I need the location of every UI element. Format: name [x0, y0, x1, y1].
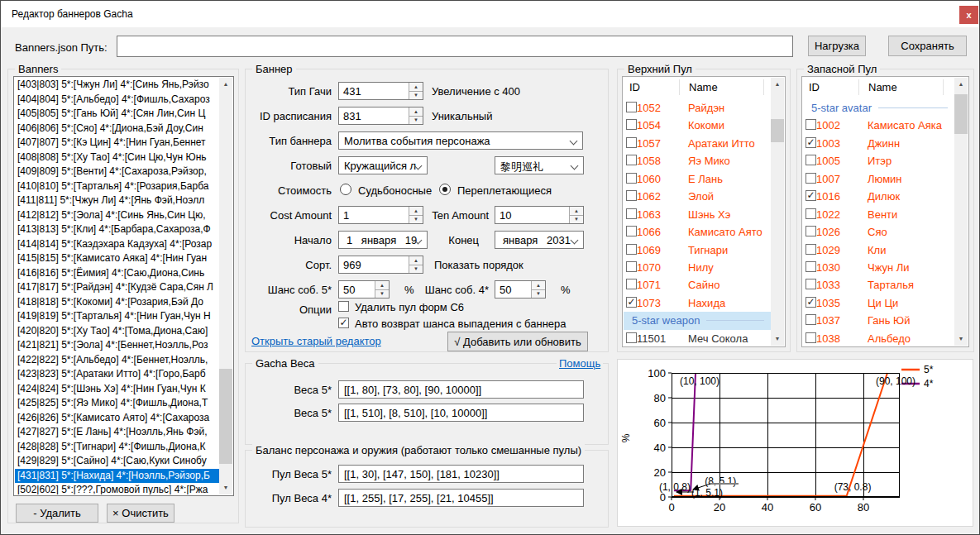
- spin-up-icon[interactable]: ▲: [409, 256, 423, 265]
- add-update-button[interactable]: √ Добавить или обновить: [447, 332, 588, 351]
- checked-checkbox[interactable]: ✓: [626, 297, 637, 308]
- pool-row[interactable]: ✓1073Нахида: [624, 294, 771, 312]
- spin-down-icon[interactable]: ▼: [570, 216, 583, 224]
- unchecked-checkbox[interactable]: [806, 208, 816, 219]
- sort-spinner[interactable]: 969 ▲▼: [338, 256, 423, 274]
- pool-weights5-input[interactable]: [[1, 30], [147, 150], [181, 10230]]: [338, 465, 584, 483]
- banner-list-item[interactable]: [406|806] 5*:[Сяо] 4*:[Диона,Бэй Доу,Син: [15, 122, 219, 136]
- banner-list-item[interactable]: [412|812] 5*:[Эола] 4*:[Синь Янь,Син Цю,: [15, 208, 219, 223]
- banner-list-item[interactable]: [420|820] 5*:[Ху Тао] 4*:[Тома,Диона,Саю…: [15, 324, 219, 339]
- scrollbar-thumb[interactable]: [954, 94, 968, 134]
- unchecked-checkbox[interactable]: [626, 261, 637, 272]
- banner-list-item[interactable]: [405|805] 5*:[Гань Юй] 4*:[Сян Лин,Син Ц: [15, 107, 219, 122]
- pool-row[interactable]: 1029Кли: [803, 241, 954, 259]
- remove-c6-checkbox[interactable]: [338, 301, 349, 312]
- upper-pool-scrollbar[interactable]: ▲ ▼: [771, 78, 784, 346]
- banner-list-item[interactable]: [416|816] 5*:[Ёимия] 4*:[Саю,Диона,Синь: [15, 266, 219, 281]
- banner-list-item[interactable]: [424|824] 5*:[Шэнь Хэ] 4*:[Нин Гуан,Чун …: [15, 382, 219, 397]
- unchecked-checkbox[interactable]: [626, 279, 637, 289]
- pool-row[interactable]: 1037Гань Юй: [803, 312, 954, 329]
- pool-row[interactable]: 1005Итэр: [803, 152, 954, 170]
- scroll-up-icon[interactable]: ▲: [771, 78, 784, 91]
- auto-return-checkbox[interactable]: ✓: [338, 318, 349, 328]
- cost-radio-fate[interactable]: [340, 184, 351, 195]
- banner-list-item[interactable]: [428|828] 5*:[Тигнари] 4*:[Фишль,Диона,К: [15, 440, 219, 455]
- cost-radio-intertwined[interactable]: [439, 184, 451, 195]
- unchecked-checkbox[interactable]: [626, 208, 637, 219]
- pool-row[interactable]: 1060Е Лань: [624, 170, 771, 188]
- pool-row[interactable]: ✓1003Джинн: [803, 135, 954, 152]
- checked-checkbox[interactable]: ✓: [806, 297, 816, 308]
- pool-row[interactable]: 1054Кокоми: [624, 117, 771, 134]
- clear-banners-button[interactable]: × Очистить: [107, 504, 174, 523]
- unchecked-checkbox[interactable]: [626, 119, 637, 130]
- pool-row[interactable]: 1057Аратаки Итто: [624, 135, 771, 152]
- weights5-input-1[interactable]: [[1, 80], [73, 80], [90, 10000]]: [338, 380, 584, 399]
- banner-list-item[interactable]: [408|808] 5*:[Ху Тао] 4*:[Син Цю,Чун Юнь: [15, 150, 219, 165]
- weights5-input-2[interactable]: [[1, 510], [8, 510], [10, 10000]]: [338, 404, 584, 422]
- scroll-down-icon[interactable]: ▼: [771, 332, 784, 346]
- banner-list-item[interactable]: [410|810] 5*:[Тарталья] 4*:[Розария,Барб…: [15, 179, 219, 194]
- spin-down-icon[interactable]: ▼: [409, 92, 423, 100]
- pool-row[interactable]: 1062Элой: [624, 188, 771, 205]
- pool-row[interactable]: 1069Тигнари: [624, 241, 771, 259]
- banner-list-item[interactable]: [403|803] 5*:[Чжун Ли] 4*:[Синь Янь,Рэйз…: [15, 78, 219, 93]
- unchecked-checkbox[interactable]: [626, 332, 637, 343]
- banner-list-item[interactable]: [422|822] 5*:[Альбедо] 4*:[Беннет,Ноэлль…: [15, 353, 219, 368]
- unchecked-checkbox[interactable]: [626, 173, 637, 184]
- pool-row[interactable]: 1007Люмин: [803, 170, 954, 188]
- unchecked-checkbox[interactable]: [806, 314, 816, 325]
- scroll-up-icon[interactable]: ▲: [954, 78, 968, 91]
- gacha-type-spinner[interactable]: 431 ▲▼: [338, 82, 423, 100]
- unchecked-checkbox[interactable]: [806, 226, 816, 236]
- banner-list-item[interactable]: [419|819] 5*:[Тарталья] 4*:[Нин Гуан,Чун…: [15, 309, 219, 324]
- pool-row[interactable]: 1033Тарталья: [803, 276, 954, 294]
- banner-list-item[interactable]: [431|831] 5*:[Нахида] 4*:[Ноэлль,Рэйзор,…: [15, 469, 219, 484]
- pool-row[interactable]: 1058Яэ Мико: [624, 152, 771, 170]
- unchecked-checkbox[interactable]: [806, 155, 816, 165]
- pool-row[interactable]: 1063Шэнь Хэ: [624, 206, 771, 223]
- pool-row[interactable]: 11501Меч Сокола: [624, 330, 771, 346]
- pool-row[interactable]: ✓1016Дилюк: [803, 188, 954, 205]
- pool-row[interactable]: 1002Камисато Аяка: [803, 117, 954, 134]
- save-button[interactable]: Сохранять: [888, 36, 967, 56]
- close-button[interactable]: x: [959, 6, 978, 24]
- banner-list-item[interactable]: [426|826] 5*:[Камисато Аято] 4*:[Сахароз…: [15, 411, 219, 426]
- banner-list-item[interactable]: [423|823] 5*:[Аратаки Итто] 4*:[Горо,Бар…: [15, 367, 219, 382]
- pool-row[interactable]: ✓1035Ци Ци: [803, 294, 954, 312]
- pool-row[interactable]: 1026Сяо: [803, 223, 954, 241]
- banner-list-item[interactable]: [413|813] 5*:[Кли] 4*:[Барбара,Сахароза,…: [15, 222, 219, 237]
- banner-list-item[interactable]: [404|804] 5*:[Альбедо] 4*:[Фишль,Сахароз: [15, 93, 219, 107]
- unchecked-checkbox[interactable]: [806, 279, 816, 289]
- end-date-picker[interactable]: января 2031: [495, 231, 584, 249]
- spin-up-icon[interactable]: ▲: [532, 281, 545, 290]
- banner-list-item[interactable]: [415|815] 5*:[Камисато Аяка] 4*:[Нин Гуа…: [15, 251, 219, 266]
- unchecked-checkbox[interactable]: [806, 119, 816, 130]
- pool-row[interactable]: 1052Райдэн: [624, 99, 771, 117]
- unchecked-checkbox[interactable]: [626, 190, 637, 201]
- unchecked-checkbox[interactable]: [626, 226, 637, 236]
- unchecked-checkbox[interactable]: [626, 102, 637, 112]
- pool-row[interactable]: 1022Венти: [803, 206, 954, 223]
- pool-row[interactable]: 1071Сайно: [624, 276, 771, 294]
- banner-list-item[interactable]: [421|821] 5*:[Эола] 4*:[Беннет,Ноэлль,Ро…: [15, 338, 219, 353]
- spin-up-icon[interactable]: ▲: [409, 83, 423, 92]
- load-button[interactable]: Нагрузка: [808, 36, 866, 56]
- checked-checkbox[interactable]: ✓: [806, 137, 816, 148]
- prefab-select[interactable]: Кружащийся л: [338, 156, 428, 174]
- spin-up-icon[interactable]: ▲: [409, 107, 423, 117]
- banner-list-item[interactable]: [429|829] 5*:[Сайно] 4*:[Саю,Куки Синобу: [15, 454, 219, 469]
- banner-list-item[interactable]: [411|811] 5*:[Чжун Ли] 4*:[Янь Фэй,Ноэлл: [15, 193, 219, 208]
- pool-row[interactable]: 1038Альбедо: [803, 330, 954, 346]
- unchecked-checkbox[interactable]: [806, 261, 816, 272]
- title-select[interactable]: 黎明巡礼: [495, 156, 584, 174]
- scrollbar-thumb[interactable]: [771, 119, 784, 142]
- pool-weights4-input[interactable]: [[1, 255], [17, 255], [21, 10455]]: [338, 489, 584, 507]
- unchecked-checkbox[interactable]: [806, 173, 816, 184]
- banner-list-item[interactable]: [427|827] 5*:[Е Лань] 4*:[Ноэлль,Янь Фэй…: [15, 425, 219, 440]
- unchecked-checkbox[interactable]: [626, 244, 637, 255]
- banner-list-item[interactable]: [418|818] 5*:[Кокоми] 4*:[Розария,Бэй До: [15, 295, 219, 310]
- open-old-editor-link[interactable]: Открыть старый редактор: [251, 335, 381, 347]
- banner-type-select[interactable]: Молитва события персонажа: [338, 131, 583, 150]
- unchecked-checkbox[interactable]: [626, 137, 637, 148]
